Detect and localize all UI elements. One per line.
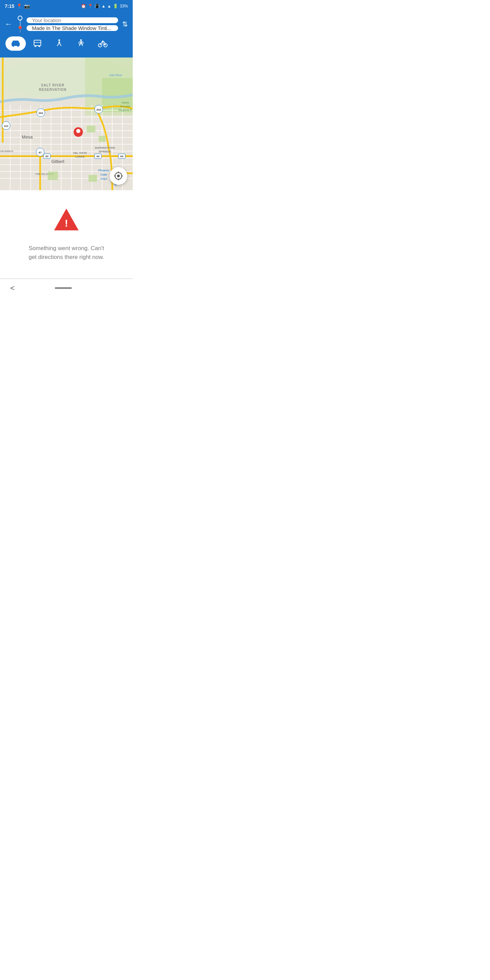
svg-rect-3 <box>34 40 41 46</box>
svg-text:SPRINGS: SPRINGS <box>99 150 111 153</box>
status-time: 7:15 📍 📷 <box>5 3 30 9</box>
svg-text:LAKES: LAKES <box>75 155 85 158</box>
origin-dot <box>18 16 22 21</box>
svg-text:VAL VISTA: VAL VISTA <box>73 151 87 154</box>
wifi-icon: ▲ <box>102 4 105 8</box>
transport-walk-button[interactable] <box>49 37 69 51</box>
signal-icon: ▲ <box>107 4 111 8</box>
svg-point-14 <box>102 40 103 42</box>
svg-rect-85 <box>99 136 105 142</box>
svg-text:SALT RIVER: SALT RIVER <box>41 83 65 87</box>
destination-pin-icon: 📍 <box>16 25 24 33</box>
transport-bike-button[interactable] <box>92 37 113 51</box>
svg-text:Usery: Usery <box>122 101 129 104</box>
svg-text:Gate: Gate <box>100 173 107 176</box>
svg-text:101: 101 <box>4 124 8 127</box>
home-indicator[interactable] <box>55 287 72 289</box>
warning-icon: ! <box>53 207 80 232</box>
header-row: ← 📍 ⇅ <box>3 15 129 33</box>
destination-input[interactable] <box>27 25 118 31</box>
svg-point-1 <box>13 45 14 47</box>
svg-rect-87 <box>89 175 97 182</box>
alarm-icon: ⏰ <box>81 4 86 8</box>
svg-point-2 <box>18 45 19 47</box>
svg-point-10 <box>80 40 82 41</box>
header: ← 📍 ⇅ <box>0 12 133 57</box>
route-inputs <box>27 18 118 31</box>
vibrate-icon: 📳 <box>95 4 100 8</box>
status-icon-maps2: 📷 <box>24 3 30 9</box>
svg-text:Mesa: Mesa <box>22 134 33 140</box>
svg-text:Regional P: Regional P <box>118 108 132 111</box>
error-section: ! Something went wrong. Can't get direct… <box>0 190 133 278</box>
nav-back-button[interactable]: < <box>10 284 14 293</box>
svg-text:60: 60 <box>97 155 100 158</box>
svg-point-89 <box>117 175 120 177</box>
svg-text:Airpo: Airpo <box>100 177 107 180</box>
svg-point-9 <box>59 40 60 41</box>
locate-me-button[interactable] <box>110 167 127 185</box>
status-icon-maps1: 📍 <box>16 3 22 9</box>
route-dots <box>20 21 21 25</box>
origin-input[interactable] <box>27 18 118 23</box>
location-icon: 📍 <box>88 4 93 8</box>
svg-text:202: 202 <box>96 108 101 111</box>
bottom-nav: < <box>0 279 133 297</box>
svg-text:Mountai: Mountai <box>121 105 130 108</box>
svg-text:SUPERSTITION: SUPERSTITION <box>95 146 115 150</box>
transport-car-button[interactable] <box>5 37 26 51</box>
svg-text:Phoenix: Phoenix <box>98 169 110 172</box>
transport-rideshare-button[interactable] <box>71 37 91 51</box>
svg-text:RESERVATION: RESERVATION <box>39 88 67 92</box>
svg-text:!: ! <box>65 218 68 229</box>
back-button[interactable]: ← <box>3 18 14 30</box>
svg-text:202: 202 <box>38 111 43 115</box>
error-message: Something went wrong. Can't get directio… <box>29 244 104 261</box>
transport-bar <box>3 35 129 54</box>
svg-text:BSON RANCH: BSON RANCH <box>0 150 13 153</box>
route-icons-col: 📍 <box>16 15 24 33</box>
svg-text:87: 87 <box>39 151 42 154</box>
battery-icon: 🔋 <box>113 4 118 8</box>
svg-rect-86 <box>48 172 58 180</box>
svg-text:60: 60 <box>121 155 124 158</box>
swap-button[interactable]: ⇅ <box>121 19 129 30</box>
svg-text:60: 60 <box>46 155 49 158</box>
battery-level: 33% <box>120 4 128 8</box>
svg-text:Gilbert: Gilbert <box>51 159 65 164</box>
transport-transit-button[interactable] <box>27 37 48 51</box>
svg-point-83 <box>76 129 80 133</box>
status-bar: 7:15 📍 📷 ⏰ 📍 📳 ▲ ▲ 🔋 33% <box>0 0 133 12</box>
status-indicators: ⏰ 📍 📳 ▲ ▲ 🔋 33% <box>81 4 128 8</box>
svg-text:Salt River: Salt River <box>109 73 123 77</box>
svg-rect-84 <box>87 126 95 132</box>
map-container[interactable]: 101 202 202 87 60 60 60 202 SALT RIVER R… <box>0 57 133 190</box>
